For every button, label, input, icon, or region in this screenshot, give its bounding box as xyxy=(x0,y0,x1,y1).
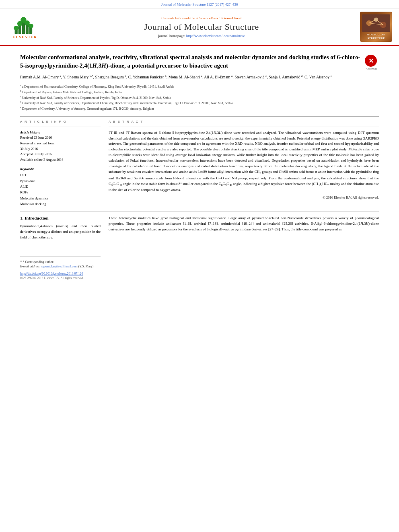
keyword-rdfs: RDFs xyxy=(20,189,101,195)
header-left: ELSEVIER xyxy=(5,12,45,42)
paper-body: Molecular conformational analysis, react… xyxy=(0,46,399,284)
elsevier-wordmark: ELSEVIER xyxy=(12,35,37,39)
svg-point-5 xyxy=(14,26,19,30)
header-center: Contents lists available at ScienceDirec… xyxy=(49,12,354,42)
svg-point-9 xyxy=(28,23,33,28)
email-label: E-mail address: xyxy=(20,265,41,268)
affiliation-d: d University of Novi Sad, Faculty of Sci… xyxy=(20,100,379,106)
abstract-column: A B S T R A C T FT-IR and FT-Raman spect… xyxy=(109,120,379,207)
crossmark-circle: ✕ xyxy=(365,55,377,67)
article-info-column: A R T I C L E I N F O Article history: R… xyxy=(20,120,101,207)
affiliation-a: a a Department of Pharmaceutical Chemist… xyxy=(20,84,379,89)
article-info-heading: A R T I C L E I N F O xyxy=(20,120,101,123)
section-divider xyxy=(20,211,379,212)
svg-rect-2 xyxy=(22,22,25,34)
keyword-pyrimidine: Pyrimidine xyxy=(20,178,101,184)
revised-date: 30 July 2016 xyxy=(20,146,101,152)
abstract-heading: A B S T R A C T xyxy=(109,120,379,123)
info-divider xyxy=(20,127,101,127)
svg-rect-4 xyxy=(29,28,32,34)
doi-line: http://dx.doi.org/10.1016/j.molstruc.201… xyxy=(20,272,101,275)
journal-title: Journal of Molecular Structure xyxy=(144,22,259,32)
article-history: Article history: Received 23 June 2016 R… xyxy=(20,130,101,163)
email-suffix: (Y.S. Mary). xyxy=(78,265,95,268)
affiliation-b: b Department of Physics, Fatima Mata Nat… xyxy=(20,89,379,95)
received-date: Received 23 June 2016 xyxy=(20,135,101,141)
keywords-heading: Keywords: xyxy=(20,167,101,172)
email-line: E-mail address: sypanicker@rediffmail.co… xyxy=(20,265,101,268)
keyword-mol-docking: Molecular docking xyxy=(20,201,101,207)
crossmark-badge: ✕ CrossMark xyxy=(365,55,379,70)
corresponding-author-note: * * Corresponding author. xyxy=(20,259,101,265)
top-bar: Journal of Molecular Structure 1127 (201… xyxy=(0,0,399,8)
divider-1 xyxy=(20,116,379,117)
paper-title-section: Molecular conformational analysis, react… xyxy=(20,50,379,70)
intro-section-title: 1. Introduction xyxy=(20,216,101,220)
journal-reference: Journal of Molecular Structure 1127 (201… xyxy=(161,2,238,6)
badge-text: MOLECULAR STRUCTURE xyxy=(367,33,385,40)
abstract-text: FT-IR and FT-Raman spectra of 6-chloro-5… xyxy=(109,130,379,193)
keyword-dft: DFT xyxy=(20,172,101,178)
keyword-mol-dynamics: Molecular dynamics xyxy=(20,195,101,201)
journal-header: ELSEVIER Contents lists available at Sci… xyxy=(0,8,399,46)
mol-structure-image xyxy=(362,13,390,33)
email-link[interactable]: sypanicker@rediffmail.com xyxy=(41,265,78,268)
copyright-notice: © 2016 Elsevier B.V. All rights reserved… xyxy=(109,195,379,199)
accepted-date: Accepted 30 July 2016 xyxy=(20,152,101,157)
issn-line: 0022-2860/© 2016 Elsevier B.V. All right… xyxy=(20,276,101,280)
authors-section: Fatmah A.M. Al-Omary a, Y. Sheena Mary b… xyxy=(20,74,379,80)
article-info-abstract: A R T I C L E I N F O Article history: R… xyxy=(20,120,379,207)
sciencedirect-notice: Contents lists available at ScienceDirec… xyxy=(161,16,242,20)
keywords-list: DFT Pyrimidine ALIE RDFs Molecular dynam… xyxy=(20,172,101,207)
footnote-section: * * Corresponding author. E-mail address… xyxy=(20,257,101,280)
intro-right-paragraph: These heterocyclic moleties have great b… xyxy=(109,216,379,232)
paper-title: Molecular conformational analysis, react… xyxy=(20,53,361,70)
homepage-link[interactable]: http://www.elsevier.com/locate/molstruc xyxy=(186,34,245,38)
crossmark-label: CrossMark xyxy=(365,68,379,70)
abstract-divider xyxy=(109,127,379,127)
svg-rect-3 xyxy=(26,25,29,34)
history-label: Article history: xyxy=(20,130,101,136)
elsevier-logo: ELSEVIER xyxy=(12,15,37,39)
affiliations-section: a a Department of Pharmaceutical Chemist… xyxy=(20,84,379,111)
intro-left-col: 1. Introduction Pyrimidine-2,4-diones (u… xyxy=(20,216,101,280)
doi-link[interactable]: http://dx.doi.org/10.1016/j.molstruc.201… xyxy=(20,272,83,275)
affiliation-e: e Department of Chemistry, University of… xyxy=(20,106,379,111)
header-right: MOLECULAR STRUCTURE xyxy=(358,12,394,42)
elsevier-tree-icon xyxy=(13,15,37,35)
intro-left-paragraph: Pyrimidine-2,4-diones (uracils) and thei… xyxy=(20,224,101,240)
available-date: Available online 3 August 2016 xyxy=(20,157,101,163)
intro-right-col: These heterocyclic moleties have great b… xyxy=(109,216,379,280)
svg-rect-1 xyxy=(19,26,21,34)
affiliation-c: c University of Novi Sad, Faculty of Sci… xyxy=(20,95,379,101)
keywords-label: Keywords: xyxy=(20,167,101,172)
introduction-section: 1. Introduction Pyrimidine-2,4-diones (u… xyxy=(20,216,379,280)
received-revised-label: Received in revised form xyxy=(20,141,101,146)
molecular-structure-badge: MOLECULAR STRUCTURE xyxy=(360,12,392,42)
keyword-alie: ALIE xyxy=(20,184,101,189)
crossmark-cross-icon: ✕ xyxy=(368,57,374,65)
journal-homepage: journal homepage: http://www.elsevier.co… xyxy=(158,34,245,38)
